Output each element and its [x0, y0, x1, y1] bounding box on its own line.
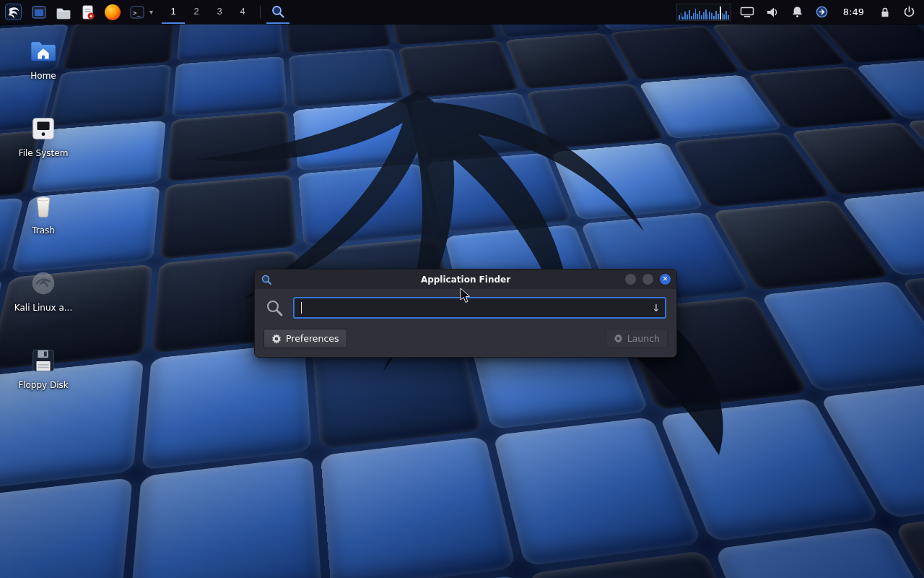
applications-menu-button[interactable]: [0, 0, 27, 24]
desktop-icon-label: Floppy Disk: [18, 380, 69, 390]
desktop-icon-label: Home: [30, 71, 56, 81]
desktop-icon-trash[interactable]: Trash: [9, 191, 78, 268]
text-caret: [301, 302, 302, 314]
floppy-disk-icon: [28, 345, 58, 376]
status-circle-icon[interactable]: [813, 0, 831, 24]
svg-text:>_: >_: [133, 9, 141, 17]
launch-icon: [614, 334, 623, 343]
text-editor-icon: [80, 4, 96, 20]
launch-label: Launch: [627, 333, 660, 344]
top-panel: >_ ▾ 1 2 3 4: [0, 0, 924, 24]
lock-icon[interactable]: [876, 0, 894, 24]
application-finder-icon: [271, 4, 285, 19]
gear-icon: [271, 334, 282, 344]
desktop-icon-label: Trash: [32, 225, 55, 236]
workspace-1[interactable]: 1: [162, 0, 185, 24]
workspace-2[interactable]: 2: [185, 0, 208, 24]
search-row: ↓: [255, 289, 676, 324]
window-icon: [261, 274, 272, 285]
search-input[interactable]: [293, 297, 666, 319]
search-icon: [265, 298, 284, 318]
workspace-switcher: 1 2 3 4: [162, 0, 254, 24]
file-system-icon: [28, 113, 58, 144]
preferences-button[interactable]: Preferences: [263, 329, 347, 348]
file-manager-icon: [56, 4, 71, 20]
taskbar-application-finder[interactable]: [266, 0, 289, 24]
display-icon[interactable]: [738, 0, 757, 24]
dropdown-arrow-icon[interactable]: ↓: [652, 302, 661, 314]
terminal-dropdown-chevron-icon[interactable]: ▾: [149, 0, 154, 24]
volume-icon[interactable]: [763, 0, 782, 24]
application-finder-window: Application Finder ✕ ↓: [254, 269, 677, 358]
window-titlebar[interactable]: Application Finder ✕: [255, 269, 676, 289]
desktop-icon-kali-linux[interactable]: Kali Linux a...: [9, 268, 78, 345]
window-manager-launcher[interactable]: [27, 0, 51, 24]
window-manager-icon: [31, 4, 47, 20]
kali-docs-icon: [28, 268, 58, 298]
notifications-bell-icon[interactable]: [788, 0, 806, 24]
panel-clock[interactable]: 8:49: [837, 7, 870, 17]
desktop-icon-home[interactable]: Home: [9, 36, 78, 113]
firefox-launcher[interactable]: [100, 0, 125, 24]
terminal-launcher[interactable]: >_: [125, 0, 149, 24]
preferences-label: Preferences: [286, 333, 339, 344]
file-manager-launcher[interactable]: [51, 0, 76, 24]
desktop-icon-label: Kali Linux a...: [14, 303, 72, 313]
workspace-3[interactable]: 3: [208, 0, 231, 24]
desktop-icon-floppy-disk[interactable]: Floppy Disk: [9, 345, 78, 423]
text-editor-launcher[interactable]: [76, 0, 100, 24]
trash-icon: [28, 191, 58, 221]
desktop-icon-file-system[interactable]: File System: [9, 113, 78, 191]
button-row: Preferences Launch: [255, 324, 676, 357]
desktop-icon-label: File System: [19, 148, 69, 158]
power-icon[interactable]: [900, 0, 918, 24]
workspace-4[interactable]: 4: [231, 0, 254, 24]
maximize-button[interactable]: [642, 274, 653, 285]
panel-separator: [260, 6, 261, 19]
cpu-graph[interactable]: [676, 4, 731, 21]
kali-dragon-silhouette: [108, 51, 758, 455]
kali-logo-icon: [4, 3, 22, 21]
launch-button[interactable]: Launch: [606, 329, 668, 348]
minimize-button[interactable]: [625, 274, 636, 285]
window-title: Application Finder: [255, 275, 676, 285]
close-button[interactable]: ✕: [660, 274, 671, 285]
desktop-icon-column: Home File System Trash Kal: [9, 36, 78, 423]
terminal-icon: >_: [129, 4, 145, 20]
search-box: ↓: [293, 297, 666, 319]
system-tray: 8:49: [676, 0, 924, 24]
firefox-icon: [105, 4, 121, 20]
home-folder-icon: [28, 36, 58, 66]
